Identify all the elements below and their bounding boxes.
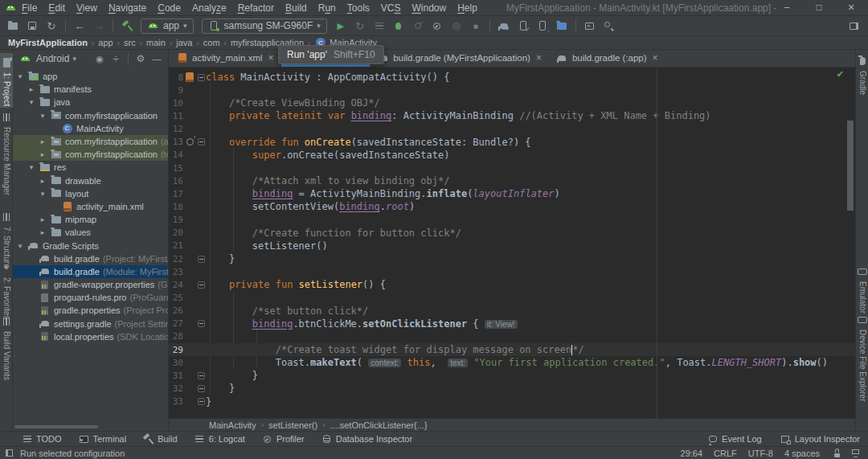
menu-file[interactable]: File <box>22 2 37 14</box>
panel-button[interactable] <box>844 17 863 35</box>
chevron-down-icon[interactable]: ▾ <box>72 55 76 63</box>
tree-arrow-icon[interactable]: ▸ <box>39 150 47 158</box>
tree-arrow-icon[interactable]: ▸ <box>27 85 35 93</box>
fold-marker[interactable] <box>198 320 205 327</box>
close-icon[interactable]: × <box>653 52 658 64</box>
tree-item[interactable]: proguard-rules.pro (ProGuard Rules for a… <box>13 291 168 304</box>
tree-arrow-icon[interactable]: ▸ <box>39 177 47 185</box>
tree-arrow-icon[interactable]: ▸ <box>39 228 47 236</box>
close-icon[interactable]: × <box>268 52 274 64</box>
attach-button[interactable] <box>408 17 428 35</box>
tree-arrow-icon[interactable]: ▸ <box>39 215 47 223</box>
tree-item[interactable]: ▾res <box>13 161 168 174</box>
line-separator[interactable]: CRLF <box>714 449 737 458</box>
menu-help[interactable]: Help <box>457 2 477 14</box>
close-icon[interactable]: × <box>536 52 542 64</box>
tool-button-build-variants[interactable]: Build Variants <box>0 312 13 382</box>
tree-arrow-icon[interactable]: ▾ <box>39 112 47 120</box>
code-editor[interactable]: 8class MainActivity : AppCompatActivity(… <box>169 68 855 418</box>
tab-activity_main.xml[interactable]: activity_main.xml× <box>169 49 281 67</box>
device-select[interactable]: samsung SM-G960F ▾ <box>202 18 327 34</box>
crumb-item[interactable]: app <box>98 38 113 47</box>
tree-item[interactable]: ▾com.myfirstapplicaation <box>13 109 168 122</box>
menu-refactor[interactable]: Refactor <box>238 2 274 14</box>
indent-setting[interactable]: 4 spaces <box>784 449 820 458</box>
breadcrumb-item[interactable]: setListener() <box>268 420 317 430</box>
menu-analyze[interactable]: Analyze <box>192 2 227 14</box>
breadcrumb-item[interactable]: ....setOnClickListener{...} <box>330 420 428 430</box>
minimize-button[interactable] <box>149 50 165 68</box>
horizontal-scrollbar[interactable] <box>14 425 98 428</box>
locate-button[interactable] <box>92 50 108 68</box>
toolwindow-icon[interactable] <box>3 447 15 459</box>
gradle-sync-button[interactable] <box>494 17 514 35</box>
apply-changes-button[interactable] <box>370 17 389 35</box>
tool-button-device-file-explorer[interactable]: Device File Explorer <box>856 310 868 403</box>
menu-build[interactable]: Build <box>285 2 307 14</box>
play-button[interactable] <box>331 17 350 35</box>
crumb-item[interactable]: main <box>146 38 166 47</box>
tree-item[interactable]: ▾layout <box>13 187 168 200</box>
menu-tools[interactable]: Tools <box>347 2 370 14</box>
window-run-button[interactable] <box>580 17 600 35</box>
fold-marker[interactable] <box>198 281 205 289</box>
collapse-button[interactable] <box>108 50 124 68</box>
tool-button-profiler[interactable]: Profiler <box>261 433 305 445</box>
tab-build.gradle-MyFirstApplicaation-[interactable]: build.gradle (MyFirstApplicaation)× <box>370 49 549 67</box>
crumb-item[interactable]: src <box>124 38 136 47</box>
record-button[interactable] <box>447 17 466 35</box>
tree-arrow-icon[interactable]: ▾ <box>16 72 24 80</box>
hammer-button[interactable] <box>117 17 137 35</box>
tool-button-event-log[interactable]: Event Log <box>706 433 762 445</box>
file-encoding[interactable]: UTF-8 <box>748 449 773 458</box>
device-check-button[interactable] <box>514 17 533 35</box>
menu-vcs[interactable]: VCS <box>381 2 401 14</box>
win-min-button[interactable] <box>776 2 797 14</box>
forward-button[interactable] <box>89 17 108 35</box>
menu-window[interactable]: Window <box>411 2 446 14</box>
menu-view[interactable]: View <box>76 2 97 14</box>
editor-scrollbar[interactable] <box>847 121 854 211</box>
tree-arrow-icon[interactable]: ▾ <box>27 98 35 106</box>
tab-build.gradle-app-[interactable]: build.gradle (:app)× <box>549 49 665 67</box>
tree-item[interactable]: gradle.properties (Project Properties) <box>13 304 168 317</box>
menu-code[interactable]: Code <box>158 2 181 14</box>
breadcrumb-item[interactable]: MainActivity <box>209 420 256 430</box>
tree-item[interactable]: ▸com.myfirstapplicaation (androidTest) <box>13 135 168 148</box>
tool-button-todo[interactable]: TODO <box>21 433 62 445</box>
tree-item[interactable]: activity_main.xml <box>13 200 168 213</box>
tool-button-1-project[interactable]: 1: Project <box>0 53 13 108</box>
debug-button[interactable] <box>389 17 408 35</box>
menu-navigate[interactable]: Navigate <box>108 2 146 14</box>
gear-button[interactable] <box>133 50 149 68</box>
tree-item[interactable]: MainActivity <box>13 122 168 135</box>
menu-edit[interactable]: Edit <box>48 2 65 14</box>
fold-marker[interactable] <box>198 372 205 379</box>
tree-item[interactable]: ▸com.myfirstapplicaation (test) <box>13 148 168 161</box>
fold-marker[interactable] <box>198 138 205 145</box>
tree-item[interactable]: ▸mipmap <box>13 213 168 226</box>
tool-button-6-logcat[interactable]: 6: Logcat <box>194 433 245 445</box>
tool-button-database-inspector[interactable]: Database Inspector <box>321 433 412 445</box>
tool-button-layout-inspector[interactable]: Layout Inspector <box>780 433 860 445</box>
tree-item[interactable]: build.gradle (Project: MyFirstApplicaati… <box>13 252 168 265</box>
sync-button[interactable] <box>42 17 61 35</box>
tree-arrow-icon[interactable]: ▸ <box>39 137 47 145</box>
fold-marker[interactable] <box>198 385 205 392</box>
tool-button-build[interactable]: Build <box>142 433 177 445</box>
tree-item[interactable]: ▸values <box>13 226 168 239</box>
open-folder-button[interactable] <box>3 17 23 35</box>
lock-button[interactable] <box>831 447 843 459</box>
monitor-button[interactable] <box>850 447 862 459</box>
tree-item[interactable]: build.gradle (Module: MyFirstApplicaatio… <box>13 265 168 278</box>
tool-button-emulator[interactable]: Emulator <box>856 262 868 315</box>
tool-button-terminal[interactable]: Terminal <box>78 433 127 445</box>
tree-item[interactable]: local.properties (SDK Location) <box>13 330 168 343</box>
tree-item[interactable]: ▾Gradle Scripts <box>13 239 168 252</box>
crumb-item[interactable]: MyFirstApplication <box>8 38 88 47</box>
fold-marker[interactable] <box>198 256 205 263</box>
back-button[interactable] <box>70 17 89 35</box>
stop-button[interactable] <box>466 17 485 35</box>
tree-arrow-icon[interactable]: ▾ <box>16 242 24 250</box>
tree-arrow-icon[interactable]: ▾ <box>27 163 35 171</box>
